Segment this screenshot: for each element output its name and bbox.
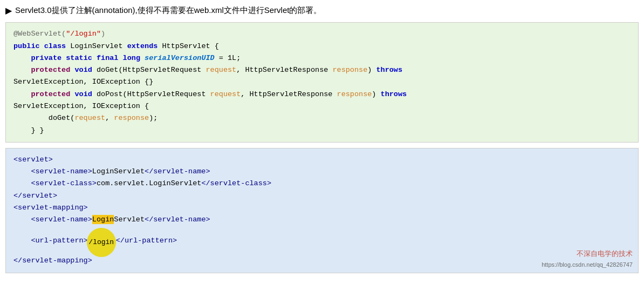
arrow-icon: ▶ <box>5 5 12 17</box>
page-container: ▶ Servlet3.0提供了注解(annotation),使得不再需要在web… <box>0 0 644 284</box>
code-line-9: } } <box>13 125 631 137</box>
xml-line-4: </servlet> <box>13 190 631 202</box>
code-line-2: public class LoginServlet extends HttpSe… <box>13 40 631 52</box>
code-line-8: doGet(request, response); <box>13 112 631 124</box>
header-line: ▶ Servlet3.0提供了注解(annotation),使得不再需要在web… <box>5 4 639 17</box>
code-line-6: protected void doPost(HttpServletRequest… <box>13 89 631 100</box>
xml-line-7: <url-pattern>/login</url-pattern> <box>13 226 631 255</box>
watermark-text2: https://blog.csdn.net/qq_42826747 <box>542 260 633 269</box>
xml-code-block: <servlet> <servlet-name>LoginServlet</se… <box>5 148 639 273</box>
xml-line-1: <servlet> <box>13 154 631 166</box>
xml-line-5: <servlet-mapping> <box>13 202 631 214</box>
xml-line-3: <servlet-class>com.servlet.LoginServlet<… <box>13 178 631 190</box>
code-line-5: ServletException, IOException {} <box>13 76 631 88</box>
code-line-4: protected void doGet(HttpServletRequest … <box>13 64 631 76</box>
java-code-block: @WebServlet("/login") public class Login… <box>5 22 639 142</box>
code-line-1: @WebServlet("/login") <box>13 28 631 40</box>
header-text: Servlet3.0提供了注解(annotation),使得不再需要在web.x… <box>15 4 321 16</box>
xml-line-6: <servlet-name>LoginServlet</servlet-name… <box>13 214 631 226</box>
xml-line-2: <servlet-name>LoginServlet</servlet-name… <box>13 166 631 178</box>
code-line-3: private static final long serialVersionU… <box>13 52 631 64</box>
xml-line-8: </servlet-mapping> <box>13 255 631 267</box>
watermark-text1: 不深自电学的技术 <box>542 248 633 259</box>
code-line-7: ServletException, IOException { <box>13 100 631 112</box>
watermark: 不深自电学的技术 https://blog.csdn.net/qq_428267… <box>542 248 633 269</box>
